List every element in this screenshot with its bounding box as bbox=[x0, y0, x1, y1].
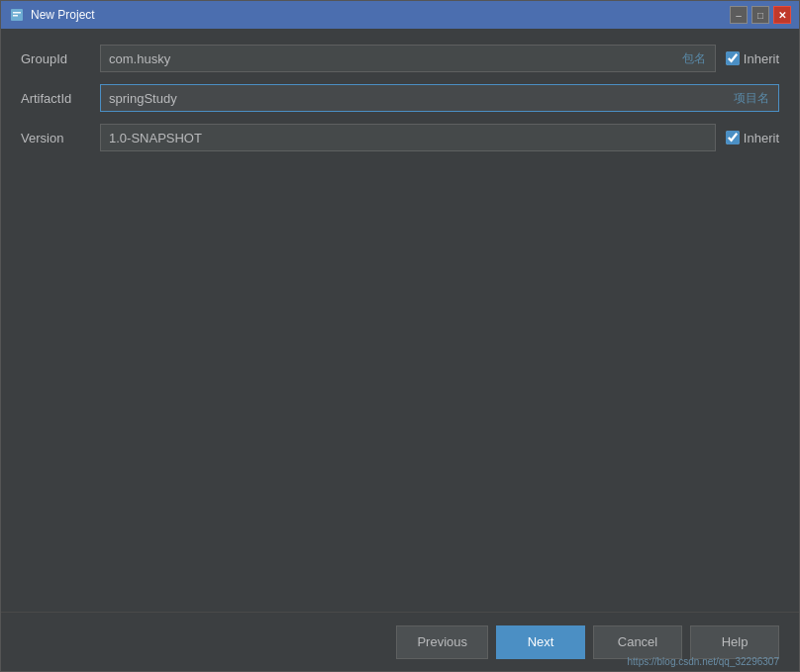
artifactid-row: ArtifactId 项目名 bbox=[21, 84, 779, 112]
groupid-inherit-checkbox[interactable] bbox=[726, 51, 740, 65]
minimize-button[interactable]: – bbox=[730, 6, 748, 24]
window-controls: – □ ✕ bbox=[730, 6, 791, 24]
artifactid-label: ArtifactId bbox=[21, 91, 100, 106]
next-button[interactable]: Next bbox=[496, 625, 585, 659]
svg-rect-2 bbox=[13, 15, 18, 17]
version-inherit-label: Inherit bbox=[744, 131, 779, 145]
version-row: Version Inherit bbox=[21, 124, 779, 151]
maximize-button[interactable]: □ bbox=[751, 6, 769, 24]
version-input[interactable] bbox=[100, 124, 716, 151]
close-button[interactable]: ✕ bbox=[773, 6, 791, 24]
help-button[interactable]: Help bbox=[690, 625, 779, 659]
artifactid-input-wrapper: 项目名 bbox=[100, 84, 779, 112]
groupid-input[interactable] bbox=[100, 45, 716, 72]
title-bar: New Project – □ ✕ bbox=[1, 1, 799, 29]
groupid-row: GroupId 包名 Inherit bbox=[21, 45, 779, 72]
window-title: New Project bbox=[31, 8, 730, 22]
previous-button[interactable]: Previous bbox=[396, 625, 488, 659]
svg-rect-1 bbox=[13, 12, 21, 14]
groupid-label: GroupId bbox=[21, 51, 100, 66]
bottom-area: Previous Next Cancel Help https://blog.c… bbox=[1, 612, 799, 671]
version-label: Version bbox=[21, 131, 100, 145]
version-input-wrapper bbox=[100, 124, 716, 151]
groupid-inherit-wrapper: Inherit bbox=[726, 51, 779, 66]
artifactid-input[interactable] bbox=[100, 84, 779, 112]
groupid-inherit-label: Inherit bbox=[744, 51, 779, 66]
version-inherit-checkbox[interactable] bbox=[726, 131, 740, 144]
main-content: GroupId 包名 Inherit ArtifactId 项目名 Versio… bbox=[1, 29, 799, 612]
window-icon bbox=[9, 7, 25, 23]
cancel-button[interactable]: Cancel bbox=[593, 625, 682, 659]
version-inherit-wrapper: Inherit bbox=[726, 131, 779, 145]
groupid-input-wrapper: 包名 bbox=[100, 45, 716, 72]
new-project-window: New Project – □ ✕ GroupId 包名 Inherit Art… bbox=[0, 0, 800, 672]
